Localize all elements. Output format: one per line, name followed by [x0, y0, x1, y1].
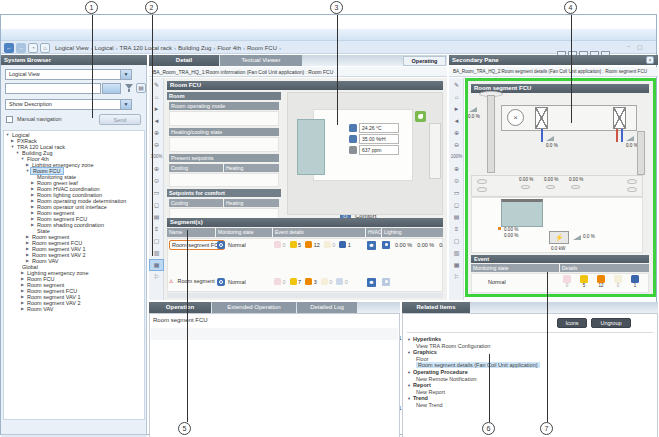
room-fcu-title-bar: Room FCU [167, 81, 443, 90]
tab-extended-operation[interactable]: Extended Operation [212, 302, 296, 313]
temperature-icon [349, 124, 357, 132]
pan-icon[interactable]: ⊙ [449, 175, 464, 187]
chevron-down-icon[interactable]: ▼ [120, 70, 131, 79]
search-button[interactable]: ▼ [102, 83, 121, 94]
icons-button[interactable]: Icons [557, 318, 587, 328]
page-icon[interactable]: ▢ [449, 235, 464, 247]
select-icon[interactable]: ◻ [449, 199, 464, 211]
monitoring-state-value: Normal [228, 242, 246, 248]
event-count: 1 [629, 275, 641, 288]
secondary-info-line: BA_Room_TRA_HQ_2:Room segment details (F… [449, 67, 658, 77]
layers-icon[interactable]: ▤ [449, 211, 464, 223]
print-icon[interactable]: ▥ [449, 247, 464, 259]
fit-view-icon[interactable]: ▭ [449, 187, 464, 199]
flag-icon[interactable]: ⚐ [149, 271, 164, 283]
list-icon[interactable]: ≡ [449, 223, 464, 235]
event-count-value: 12 [595, 283, 607, 288]
tab-textual-viewer[interactable]: Textual Viewer [220, 55, 302, 66]
home-icon[interactable]: ⌂ [449, 91, 464, 103]
breadcrumb-separator-icon: › [116, 45, 118, 51]
lighting-icon [382, 278, 390, 286]
send-button[interactable]: Send [99, 114, 141, 125]
play-icon[interactable]: ► [449, 103, 464, 115]
heating-column-header: Heating [224, 199, 279, 207]
related-group-header[interactable]: ▼Graphics [407, 349, 653, 356]
operation-object-label: Room segment FCU [153, 317, 208, 323]
callout-line [152, 15, 153, 256]
room-floor [471, 197, 643, 253]
show-description-dropdown[interactable]: Show Description ▼ [5, 99, 132, 110]
manual-navigation-label: Manual navigation [17, 116, 62, 122]
tab-detailed-log[interactable]: Detailed Log [297, 302, 357, 313]
show-description-value: Show Description [9, 101, 52, 107]
flag-icon[interactable]: ⚐ [449, 271, 464, 283]
breadcrumb-item[interactable]: Logical View [55, 45, 89, 51]
zoom-window-icon[interactable]: ⊕ [449, 163, 464, 175]
event-alarm-icon [597, 275, 605, 283]
minimize-icon[interactable]: – [627, 43, 630, 49]
lighting-cell [382, 278, 390, 286]
event-monitoring-column: Monitoring state [471, 264, 559, 272]
related-items-icon[interactable]: ▦ [149, 259, 164, 271]
related-group-header[interactable]: ▼Hyperlinks [407, 336, 653, 343]
history-icon[interactable]: ◔ [28, 43, 38, 53]
segments-column-header: Lighting [382, 228, 443, 237]
breadcrumb-item[interactable]: Logical [95, 45, 114, 51]
operating-mode-button[interactable]: Operating [403, 56, 446, 66]
green-leaf-icon[interactable] [415, 111, 426, 122]
previous-icon[interactable]: ◄ [449, 115, 464, 127]
manual-navigation-checkbox[interactable] [6, 116, 13, 123]
event-count: 0 [321, 278, 333, 285]
zoom-out-icon[interactable]: ⊖ [449, 139, 464, 151]
zoom-in-icon[interactable]: ⊕ [449, 127, 464, 139]
edit-icon[interactable]: ✎ [449, 79, 464, 91]
restore-icon[interactable]: ▢ [637, 43, 643, 50]
related-group-header[interactable]: ▼Report [407, 382, 653, 389]
callout-number: 1 [85, 1, 98, 14]
horizontal-scrollbar[interactable] [167, 293, 443, 298]
filter-icon[interactable] [125, 84, 133, 92]
light-value: 0.00 % [569, 177, 583, 182]
event-count-value: 3 [314, 279, 317, 285]
window-blind [501, 199, 543, 227]
event-count-value: 12 [314, 242, 320, 248]
breadcrumb-item[interactable]: Building Zug [178, 45, 211, 51]
related-item-label: View TRA Room Configuration [416, 343, 490, 349]
breadcrumb-item[interactable]: Room FCU [247, 45, 277, 51]
callout-line [187, 230, 188, 422]
chevron-down-icon[interactable]: ▼ [120, 100, 131, 109]
tab-detail[interactable]: Detail [149, 55, 219, 66]
related-group-header[interactable]: ▼Trend [407, 395, 653, 402]
ungroup-button[interactable]: Ungroup [591, 318, 631, 328]
breadcrumb-separator-icon: › [243, 45, 245, 51]
present-setpoints-row: 24.0 °C 21.0 °C [169, 173, 279, 187]
related-items-list: ▼HyperlinksView TRA Room Configuration▼G… [407, 336, 653, 408]
tree-item-label: Room VAV [25, 306, 55, 312]
forward-icon[interactable]: → [16, 43, 26, 53]
hc-state-row: ❄ Cooling [169, 137, 279, 152]
cooling-coil-icon [535, 107, 548, 129]
back-icon[interactable]: ← [4, 43, 14, 53]
view-selector-dropdown[interactable]: Logical View ▼ [5, 69, 132, 80]
close-icon[interactable]: × [646, 56, 654, 64]
breadcrumb-item[interactable]: TRA 120 Local rack [120, 45, 172, 51]
breadcrumb-item[interactable]: Floor 4th [217, 45, 241, 51]
tab-operation[interactable]: Operation [149, 302, 211, 313]
home-icon[interactable]: ⌂ [40, 43, 50, 53]
table-row[interactable]: ⚠Room segmentNormal07300☻ [167, 276, 443, 290]
room-sensor-value: 35.00 %rH [359, 134, 399, 144]
event-cream-icon [321, 278, 328, 285]
primary-info-line: BA_Room_TRA_HQ_1:Room information (Fan C… [149, 67, 447, 77]
light-value: 0.00 % [519, 177, 533, 182]
zoom-level-label: 100% [449, 151, 464, 163]
table-row[interactable]: Room segment FCUNormal051201☻0.00 %0.00 … [167, 239, 443, 253]
tab-related-items[interactable]: Related Items [402, 302, 470, 313]
related-group-header[interactable]: ▼Operating Procedure [407, 369, 653, 376]
related-items-icon[interactable]: ▦ [449, 259, 464, 271]
operation-property-row[interactable]: Monitoring state Normal [151, 328, 398, 340]
related-item[interactable]: New Trend [407, 402, 653, 408]
tree-item[interactable]: ▶Room VAV [5, 306, 143, 312]
save-filter-icon[interactable]: ▤ [136, 83, 146, 93]
search-input[interactable] [5, 83, 101, 94]
segments-column-header: HVAC [366, 228, 381, 237]
